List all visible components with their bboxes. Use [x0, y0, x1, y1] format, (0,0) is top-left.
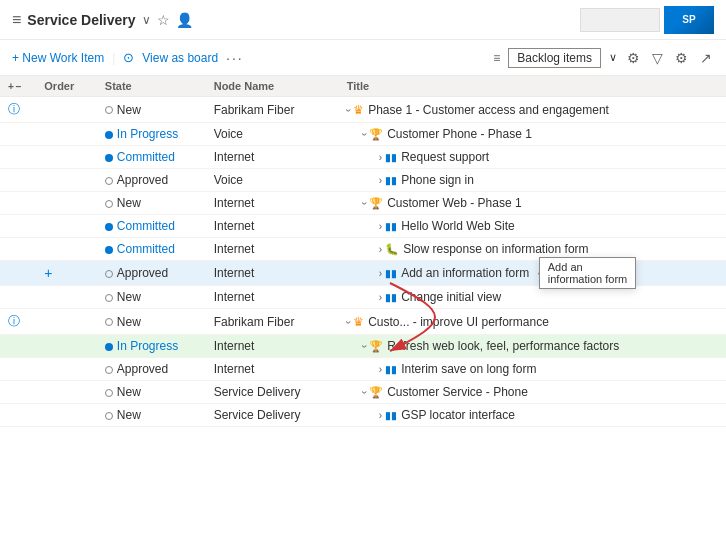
node-cell: Internet — [206, 335, 339, 358]
order-cell — [36, 335, 97, 358]
avatar-label: SP — [682, 14, 695, 25]
expand-arrow[interactable]: › — [379, 152, 382, 163]
state-cell: New — [97, 309, 206, 335]
state-cell: In Progress — [97, 335, 206, 358]
state-cell: Committed — [97, 215, 206, 238]
expand-arrow[interactable]: › — [359, 345, 370, 348]
order-cell — [36, 169, 97, 192]
collapse-all-icon[interactable]: − — [16, 81, 22, 92]
order-cell — [36, 146, 97, 169]
backlog-items-button[interactable]: Backlog items — [508, 48, 601, 68]
table-row: ⓘNewFabrikam Fiber›♛Phase 1 - Customer a… — [0, 97, 726, 123]
order-cell — [36, 404, 97, 427]
title-cell[interactable]: ›♛Phase 1 - Customer access and engageme… — [339, 97, 726, 123]
item-type-icon: ♛ — [353, 103, 364, 117]
title-cell[interactable]: ›▮▮Phone sign in — [339, 169, 726, 192]
title-text: Phone sign in — [401, 173, 474, 187]
view-as-board-button[interactable]: View as board — [142, 51, 218, 65]
expand-arrow[interactable]: › — [379, 410, 382, 421]
info-icon[interactable]: ⓘ — [8, 314, 20, 328]
expand-all-icon[interactable]: + — [8, 81, 14, 92]
order-cell — [36, 97, 97, 123]
star-icon[interactable]: ☆ — [157, 12, 170, 28]
col-header-order: Order — [36, 76, 97, 97]
title-cell[interactable]: ›▮▮Add an information form···Add an info… — [339, 261, 726, 286]
header: ≡ Service Delivery ∨ ☆ 👤 SP — [0, 0, 726, 40]
state-dot — [105, 343, 113, 351]
expand-arrow[interactable]: › — [359, 133, 370, 136]
node-cell: Internet — [206, 146, 339, 169]
expand-arrow[interactable]: › — [379, 364, 382, 375]
expand-arrow[interactable]: › — [359, 202, 370, 205]
search-box-placeholder — [580, 8, 660, 32]
node-cell: Voice — [206, 123, 339, 146]
order-cell — [36, 286, 97, 309]
expand-arrow[interactable]: › — [379, 244, 382, 255]
expand-arrow[interactable]: › — [343, 108, 354, 111]
expand-arrow[interactable]: › — [343, 320, 354, 323]
node-cell: Internet — [206, 286, 339, 309]
state-cell: Approved — [97, 358, 206, 381]
state-dot — [105, 389, 113, 397]
title-cell[interactable]: ›▮▮Interim save on long form — [339, 358, 726, 381]
avatar: SP — [664, 6, 714, 34]
node-cell: Fabrikam Fiber — [206, 97, 339, 123]
columns-settings-icon[interactable]: ⚙ — [625, 48, 642, 68]
title-cell[interactable]: ›🐛Slow response on information form — [339, 238, 726, 261]
title-chevron-icon[interactable]: ∨ — [142, 13, 151, 27]
expand-arrow[interactable]: › — [359, 391, 370, 394]
title-text: Customer Web - Phase 1 — [387, 196, 522, 210]
node-cell: Fabrikam Fiber — [206, 309, 339, 335]
item-type-icon: ▮▮ — [385, 173, 397, 187]
title-cell[interactable]: ›🏆Customer Web - Phase 1 — [339, 192, 726, 215]
state-label: Committed — [117, 150, 175, 164]
more-options-button[interactable]: ··· — [226, 50, 244, 66]
state-dot — [105, 154, 113, 162]
title-cell[interactable]: ›▮▮GSP locator interface — [339, 404, 726, 427]
state-label: Committed — [117, 242, 175, 256]
table-row: +ApprovedInternet›▮▮Add an information f… — [0, 261, 726, 286]
table-row: ApprovedInternet›▮▮Interim save on long … — [0, 358, 726, 381]
state-dot — [105, 318, 113, 326]
info-icon[interactable]: ⓘ — [8, 102, 20, 116]
backlog-chevron-icon[interactable]: ∨ — [609, 51, 617, 64]
filter-icon[interactable]: ▽ — [650, 48, 665, 68]
table-row: ApprovedVoice›▮▮Phone sign in — [0, 169, 726, 192]
table-row: CommittedInternet›▮▮Request support — [0, 146, 726, 169]
title-cell[interactable]: ›▮▮Request support — [339, 146, 726, 169]
title-cell[interactable]: ›▮▮Change initial view — [339, 286, 726, 309]
title-cell[interactable]: ›🏆Customer Service - Phone — [339, 381, 726, 404]
expand-arrow[interactable]: › — [379, 268, 382, 279]
settings-icon[interactable]: ⚙ — [673, 48, 690, 68]
expand-arrow[interactable]: › — [379, 175, 382, 186]
state-label: New — [117, 408, 141, 422]
table-header: + − Order State Node Name Title — [0, 76, 726, 97]
state-cell: Approved — [97, 261, 206, 286]
new-work-item-button[interactable]: + New Work Item — [12, 51, 104, 65]
item-type-icon: ▮▮ — [385, 266, 397, 280]
add-row-button[interactable]: + — [44, 265, 52, 281]
table-row: In ProgressInternet›🏆Refresh web look, f… — [0, 335, 726, 358]
expand-icon[interactable]: ↗ — [698, 48, 714, 68]
user-icon[interactable]: 👤 — [176, 12, 193, 28]
expand-arrow[interactable]: › — [379, 292, 382, 303]
title-text: Customer Service - Phone — [387, 385, 528, 399]
title-text: Custo... - improve UI performance — [368, 315, 549, 329]
title-cell[interactable]: ›♛Custo... - improve UI performance — [339, 309, 726, 335]
state-label: Approved — [117, 173, 168, 187]
item-type-icon: 🏆 — [369, 128, 383, 140]
state-dot — [105, 200, 113, 208]
title-cell[interactable]: ›🏆Customer Phone - Phase 1 — [339, 123, 726, 146]
item-type-icon: ▮▮ — [385, 219, 397, 233]
grid-icon: ≡ — [12, 11, 21, 29]
title-text: Refresh web look, feel, performance fact… — [387, 339, 619, 353]
state-dot — [105, 106, 113, 114]
item-type-icon: ▮▮ — [385, 290, 397, 304]
title-text: Slow response on information form — [403, 242, 588, 256]
expand-arrow[interactable]: › — [379, 221, 382, 232]
state-dot — [105, 246, 113, 254]
title-cell[interactable]: ›🏆Refresh web look, feel, performance fa… — [339, 335, 726, 358]
table-row: CommittedInternet›▮▮Hello World Web Site — [0, 215, 726, 238]
title-cell[interactable]: ›▮▮Hello World Web Site — [339, 215, 726, 238]
header-left: ≡ Service Delivery ∨ ☆ 👤 — [12, 11, 580, 29]
